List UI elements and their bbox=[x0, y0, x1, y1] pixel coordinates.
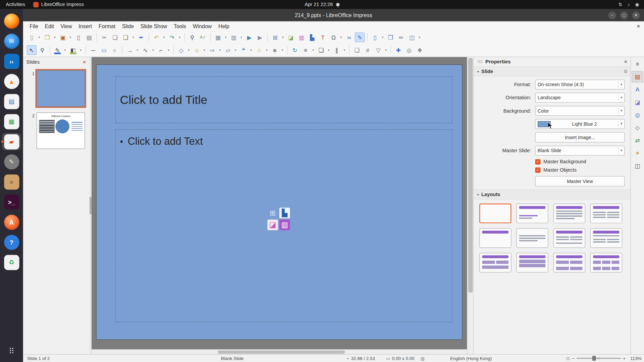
insert-table-placeholder-icon[interactable]: ⊞ bbox=[267, 208, 278, 219]
gimp-launcher[interactable]: ✎ bbox=[2, 153, 21, 170]
3d-objects-button[interactable]: ■ bbox=[270, 45, 279, 55]
horizontal-scrollbar[interactable] bbox=[92, 349, 467, 355]
fill-color-button[interactable]: ◧ bbox=[68, 45, 78, 55]
menu-window[interactable]: Window bbox=[190, 22, 215, 30]
shapes-tab[interactable]: ◇ bbox=[632, 122, 643, 133]
find-and-replace-button[interactable]: ⚲ bbox=[187, 33, 197, 42]
clock-menu[interactable]: Apr 21 22:28 bbox=[305, 2, 339, 7]
zoom-slider-thumb[interactable] bbox=[592, 356, 596, 361]
firefox-launcher[interactable] bbox=[2, 12, 21, 29]
ubuntu-software-launcher[interactable]: A bbox=[2, 214, 21, 231]
align-objects-dropdown[interactable]: ▾ bbox=[311, 45, 315, 55]
close-window-button[interactable]: ✕ bbox=[632, 11, 640, 19]
new-slide-button[interactable]: ▯ bbox=[370, 33, 380, 42]
curves-and-polygons-dropdown[interactable]: ▾ bbox=[151, 45, 155, 55]
master-view-button[interactable]: Master View bbox=[535, 176, 625, 186]
slide-more-options-icon[interactable]: ⚙ bbox=[624, 69, 628, 74]
libreoffice-impress-launcher[interactable]: ▰ bbox=[2, 133, 21, 150]
slide-2-thumbnail[interactable]: Different Cookers bbox=[37, 113, 85, 149]
menu-slide-show[interactable]: Slide Show bbox=[137, 22, 170, 30]
export-pdf-button[interactable]: ▯ bbox=[73, 33, 83, 42]
title-bar[interactable]: 214_9.pptx - LibreOffice Impress − □ ✕ bbox=[23, 9, 644, 21]
slides-panel-close-icon[interactable]: ✕ bbox=[83, 59, 86, 65]
image-filter-dropdown[interactable]: ▾ bbox=[384, 45, 388, 55]
symbol-shapes-dropdown[interactable]: ▾ bbox=[202, 45, 206, 55]
symbol-shapes-button[interactable]: ☺ bbox=[192, 45, 202, 55]
stars-and-banners-dropdown[interactable]: ▾ bbox=[265, 45, 269, 55]
show-draw-functions-button[interactable]: ✎ bbox=[355, 33, 365, 42]
insert-table-button[interactable]: ⊞ bbox=[270, 33, 280, 42]
basic-shapes-dropdown[interactable]: ▾ bbox=[186, 45, 191, 55]
new-document-dropdown[interactable]: ▾ bbox=[37, 33, 41, 42]
libreoffice-writer-launcher[interactable]: ▤ bbox=[2, 93, 21, 110]
layouts-section-header[interactable]: ▾ Layouts bbox=[474, 190, 631, 199]
layout-blank[interactable] bbox=[479, 203, 512, 223]
fit-slide-to-window-icon[interactable]: ⊡ bbox=[566, 356, 570, 360]
select-button[interactable]: ↖ bbox=[27, 45, 37, 55]
layout-title-only[interactable] bbox=[479, 228, 512, 248]
arrange-button[interactable]: ❏ bbox=[316, 45, 326, 55]
undo-button[interactable]: ↶ bbox=[152, 33, 161, 42]
menu-view[interactable]: View bbox=[57, 22, 75, 30]
fill-color-dropdown[interactable]: ▾ bbox=[78, 45, 83, 55]
undo-dropdown[interactable]: ▾ bbox=[162, 33, 166, 42]
libreoffice-calc-launcher[interactable]: ▦ bbox=[2, 113, 21, 130]
vertical-scrollbar[interactable] bbox=[467, 57, 474, 355]
insert-media-button[interactable]: ▥ bbox=[297, 33, 306, 42]
stars-and-banners-button[interactable]: ☆ bbox=[254, 45, 264, 55]
distribute-selection-button[interactable]: ∥ bbox=[332, 45, 341, 55]
start-from-current-slide-button[interactable]: ▶ bbox=[255, 33, 265, 42]
flowchart-shapes-dropdown[interactable]: ▾ bbox=[233, 45, 238, 55]
save-dropdown[interactable]: ▾ bbox=[68, 33, 72, 42]
title-placeholder[interactable]: Click to add Title bbox=[115, 76, 452, 123]
image-filter-button[interactable]: ▽ bbox=[373, 45, 383, 55]
layout-title-content-over-content[interactable] bbox=[516, 253, 548, 273]
shadow-button[interactable]: ❑ bbox=[352, 45, 362, 55]
show-applications-launcher[interactable]: ⠿ bbox=[2, 342, 21, 359]
insert-line-button[interactable]: ─ bbox=[88, 45, 98, 55]
insert-hyperlink-button[interactable]: ∞ bbox=[344, 33, 354, 42]
display-views-button[interactable]: ▥ bbox=[229, 33, 238, 42]
terminal-launcher[interactable]: >_ bbox=[2, 193, 21, 210]
duplicate-slide-button[interactable]: ❒ bbox=[386, 33, 395, 42]
zoom-slider[interactable] bbox=[577, 355, 621, 361]
horizontal-scrollbar-thumb[interactable] bbox=[218, 351, 345, 354]
layout-title-2-content-and-content[interactable] bbox=[553, 228, 585, 248]
insert-media-placeholder-icon[interactable]: ▥ bbox=[279, 220, 290, 230]
help-launcher[interactable]: ? bbox=[2, 234, 21, 251]
distribute-selection-dropdown[interactable]: ▾ bbox=[342, 45, 346, 55]
minimize-button[interactable]: − bbox=[608, 11, 616, 19]
insert-chart-placeholder-icon[interactable]: ▙ bbox=[279, 208, 290, 219]
layout-title-2-content-over-content[interactable] bbox=[479, 253, 512, 273]
zoom-out-button[interactable]: − bbox=[572, 356, 575, 361]
rectangle-button[interactable]: ▭ bbox=[99, 45, 109, 55]
focused-app-indicator[interactable]: LibreOffice Impress bbox=[34, 2, 84, 7]
maximize-button[interactable]: □ bbox=[620, 11, 628, 19]
crop-image-button[interactable]: # bbox=[363, 45, 372, 55]
curves-and-polygons-button[interactable]: ∿ bbox=[141, 45, 150, 55]
thunderbird-launcher[interactable]: ✉ bbox=[2, 33, 21, 50]
menu-file[interactable]: File bbox=[26, 22, 41, 30]
slide-1-thumbnail[interactable] bbox=[37, 71, 85, 107]
insert-special-character-dropdown[interactable]: ▾ bbox=[339, 33, 343, 42]
chevron-down-icon[interactable]: ▾ bbox=[618, 121, 622, 127]
spelling-button[interactable]: A✓ bbox=[198, 33, 208, 42]
insert-image-placeholder-icon[interactable]: ◪ bbox=[267, 220, 278, 230]
basic-shapes-button[interactable]: ◇ bbox=[176, 45, 186, 55]
open-file-button[interactable]: ❐ bbox=[42, 33, 52, 42]
3d-objects-dropdown[interactable]: ▾ bbox=[280, 45, 284, 55]
zoom-and-pan-button[interactable]: ⚲ bbox=[37, 45, 47, 55]
insert-chart-button[interactable]: ▙ bbox=[307, 33, 317, 42]
edit-points-button[interactable]: ✚ bbox=[393, 45, 403, 55]
sidebar-settings-tab[interactable]: ≡ bbox=[632, 58, 643, 70]
cut-button[interactable]: ✂ bbox=[99, 33, 109, 42]
print-button[interactable]: ▤ bbox=[84, 33, 94, 42]
slide-canvas[interactable]: Click to add Title ● Click to add Text ⊞… bbox=[97, 65, 462, 339]
toggle-extrusion-button[interactable]: ❖ bbox=[415, 45, 425, 55]
line-color-dropdown[interactable]: ▾ bbox=[63, 45, 67, 55]
new-slide-dropdown[interactable]: ▾ bbox=[380, 33, 385, 42]
ellipse-button[interactable]: ○ bbox=[110, 45, 119, 55]
gallery-tab[interactable]: ◪ bbox=[632, 97, 643, 108]
callout-shapes-dropdown[interactable]: ▾ bbox=[249, 45, 253, 55]
animation-tab[interactable]: ✶ bbox=[632, 147, 643, 159]
